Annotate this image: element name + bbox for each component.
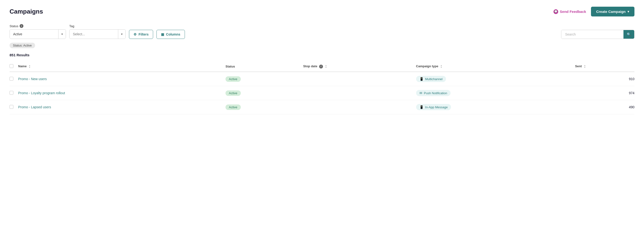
status-badge: Active — [226, 90, 240, 96]
columns-button[interactable]: ▦ Columns — [156, 30, 185, 39]
page-header: Campaigns 💬 Send Feedback Create Campaig… — [10, 7, 634, 16]
campaigns-table: Name ▲▼ Status Stop date i ▲▼ Campaign t… — [10, 61, 634, 114]
columns-icon: ▦ — [161, 32, 164, 36]
stop-date-column-header: Stop date i ▲▼ — [303, 61, 416, 72]
select-all-header[interactable] — [10, 61, 18, 72]
table-row: Promo - Lapsed usersActive📱In-App Messag… — [10, 100, 634, 114]
campaign-type-column-header: Campaign type ▲▼ — [416, 61, 575, 72]
filters-btn-label: Filters — [138, 32, 148, 36]
feedback-icon: 💬 — [554, 9, 558, 14]
status-select-input[interactable] — [10, 30, 58, 38]
campaign-type-badge: ✉Push Notification — [416, 90, 451, 96]
status-select-wrapper[interactable]: ▾ — [10, 29, 66, 39]
campaign-type-sort-icon[interactable]: ▲▼ — [440, 65, 442, 68]
tag-select-wrapper[interactable]: ▾ — [69, 29, 126, 39]
campaign-name-link[interactable]: Promo - Loyalty program rollout — [18, 91, 65, 95]
page-title: Campaigns — [10, 8, 43, 15]
results-count: 851 Results — [10, 53, 634, 57]
name-sort-icon[interactable]: ▲▼ — [29, 65, 30, 68]
sent-sort-icon[interactable]: ▲▼ — [584, 65, 586, 68]
status-badge: Active — [226, 104, 240, 110]
filters-button[interactable]: ⚙ Filters — [129, 30, 153, 39]
send-feedback-button[interactable]: 💬 Send Feedback — [554, 9, 586, 14]
status-info-icon: i — [20, 24, 24, 28]
search-input[interactable] — [561, 30, 624, 39]
campaign-name-link[interactable]: Promo - Lapsed users — [18, 105, 51, 109]
name-column-header: Name ▲▼ — [18, 61, 226, 72]
sent-column-header: Sent ▲▼ — [575, 61, 634, 72]
stop-date-info-icon: i — [319, 65, 323, 68]
campaign-type-icon: 📱 — [420, 105, 424, 109]
search-input-group: 🔍 — [561, 30, 634, 39]
campaign-type-label: Multichannel — [425, 77, 443, 81]
filters-row: Status i ▾ Tag ▾ ⚙ Filters ▦ Columns — [10, 24, 634, 39]
tag-select-input[interactable] — [70, 30, 118, 38]
campaign-type-label: Push Notification — [424, 91, 448, 95]
campaign-type-icon: 📱 — [420, 77, 424, 81]
campaign-type-label: In-App Message — [425, 105, 448, 109]
stop-date-cell — [303, 72, 416, 86]
stop-date-cell — [303, 100, 416, 114]
search-button[interactable]: 🔍 — [624, 30, 634, 39]
chevron-down-icon: ▾ — [628, 10, 629, 13]
table-row: Promo - New usersActive📱Multichannel910 — [10, 72, 634, 86]
row-checkbox[interactable] — [10, 91, 14, 95]
status-column-header: Status — [226, 61, 303, 72]
sent-count-cell: 974 — [575, 86, 634, 100]
create-campaign-button[interactable]: Create Campaign ▾ — [591, 7, 634, 16]
status-label: Status i — [10, 24, 66, 28]
stop-date-cell — [303, 86, 416, 100]
status-chevron-icon[interactable]: ▾ — [58, 30, 66, 38]
row-checkbox[interactable] — [10, 105, 14, 109]
status-badge: Active — [226, 76, 240, 82]
active-filter-tag: Status: Active — [10, 43, 634, 53]
stop-date-sort-icon[interactable]: ▲▼ — [325, 65, 327, 68]
status-filter-group: Status i ▾ — [10, 24, 66, 39]
sent-count-cell: 490 — [575, 100, 634, 114]
send-feedback-label: Send Feedback — [560, 9, 586, 13]
header-actions: 💬 Send Feedback Create Campaign ▾ — [554, 7, 634, 16]
search-wrapper: 🔍 — [561, 30, 634, 39]
campaign-type-badge: 📱Multichannel — [416, 76, 446, 82]
tag-chevron-icon[interactable]: ▾ — [118, 30, 126, 38]
filter-icon: ⚙ — [134, 32, 137, 36]
campaign-type-badge: 📱In-App Message — [416, 104, 451, 110]
sent-count-cell: 910 — [575, 72, 634, 86]
search-icon: 🔍 — [627, 32, 631, 36]
table-body: Promo - New usersActive📱Multichannel910P… — [10, 72, 634, 114]
row-checkbox[interactable] — [10, 77, 14, 81]
table-row: Promo - Loyalty program rolloutActive✉Pu… — [10, 86, 634, 100]
create-campaign-label: Create Campaign — [596, 9, 626, 13]
tag-filter-group: Tag ▾ — [69, 24, 126, 39]
tag-label: Tag — [69, 24, 126, 28]
select-all-checkbox[interactable] — [10, 64, 14, 68]
campaign-name-link[interactable]: Promo - New users — [18, 77, 47, 81]
columns-btn-label: Columns — [166, 32, 180, 36]
table-header-row: Name ▲▼ Status Stop date i ▲▼ Campaign t… — [10, 61, 634, 72]
campaign-type-icon: ✉ — [420, 91, 422, 95]
